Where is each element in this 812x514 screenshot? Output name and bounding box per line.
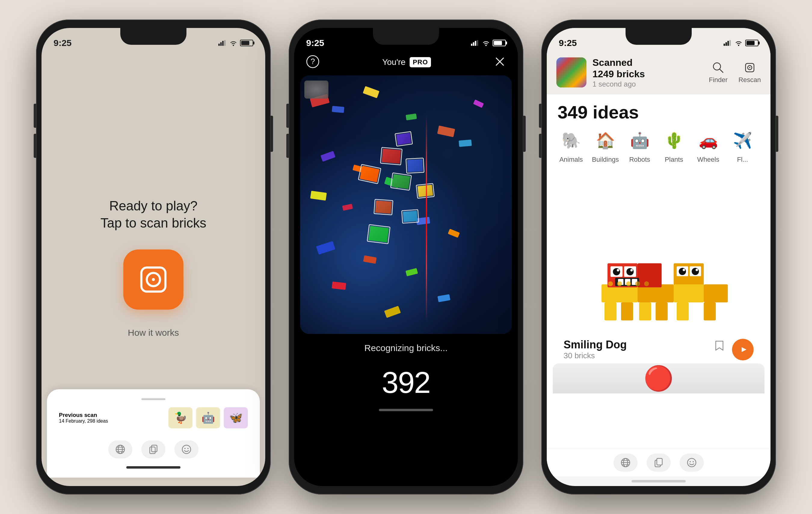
bookmark-button[interactable] <box>713 339 726 360</box>
status-time: 9:25 <box>54 38 71 48</box>
volume-down-button-3[interactable] <box>539 134 541 158</box>
power-button-2[interactable] <box>523 116 526 152</box>
rescan-action[interactable]: Rescan <box>738 61 761 84</box>
tab-copy[interactable] <box>141 441 166 458</box>
svg-rect-1 <box>220 42 222 46</box>
svg-point-14 <box>182 445 191 454</box>
ready-headline: Ready to play?Tap to scan bricks <box>100 197 206 232</box>
help-button[interactable]: ? <box>306 55 319 69</box>
prev-scan-info: Previous scan 14 February, 298 ideas <box>59 412 108 424</box>
next-model-preview: 🔴 <box>553 363 764 393</box>
home-indicator-2 <box>379 409 433 411</box>
svg-rect-19 <box>475 41 476 46</box>
ideas-section: 349 ideas 🐘 Animals 🏠 Buildings 🤖 Robots <box>547 94 771 170</box>
close-icon <box>494 56 506 68</box>
model-actions <box>713 339 754 360</box>
ideas-count: 349 ideas <box>557 103 760 121</box>
mini-model-3: 🦋 <box>224 407 248 428</box>
category-buildings[interactable]: 🏠 Buildings <box>592 129 619 163</box>
results-bottom-tabs <box>547 449 771 477</box>
status-icons-3 <box>724 40 758 46</box>
svg-text:?: ? <box>311 57 315 66</box>
detection-box-1 <box>380 147 402 165</box>
status-icons <box>218 40 253 46</box>
detection-box-8 <box>401 209 419 224</box>
svg-rect-57 <box>605 302 616 321</box>
mini-model-2: 🤖 <box>196 407 220 428</box>
scan-line <box>426 114 427 321</box>
volume-up-button-3[interactable] <box>539 104 541 128</box>
category-wheels[interactable]: 🚗 Wheels <box>695 129 722 163</box>
volume-up-button-2[interactable] <box>286 104 289 128</box>
phone-3: 9:25 <box>541 20 776 494</box>
svg-rect-50 <box>704 284 728 302</box>
tab-smiley-3[interactable] <box>680 454 704 472</box>
svg-rect-59 <box>639 302 651 321</box>
svg-point-16 <box>187 448 188 449</box>
signal-icon <box>218 40 227 46</box>
prev-scan-date: 14 February, 298 ideas <box>59 418 108 424</box>
wheel-object <box>304 81 328 99</box>
svg-rect-26 <box>725 42 727 46</box>
tab-smiley[interactable] <box>174 441 199 458</box>
buildings-icon: 🏠 <box>592 129 619 153</box>
animals-label: Animals <box>559 156 583 163</box>
power-button-3[interactable] <box>776 116 778 152</box>
tab-globe-3[interactable] <box>613 454 638 472</box>
results-header: Scanned 1249 bricks 1 second ago Finder <box>547 52 771 94</box>
detection-box-2 <box>406 158 425 174</box>
brick-2 <box>332 106 344 113</box>
play-button[interactable] <box>732 339 754 360</box>
svg-point-54 <box>692 268 699 275</box>
help-icon: ? <box>306 55 319 68</box>
scan-button[interactable] <box>123 249 183 310</box>
search-icon <box>712 61 725 74</box>
svg-rect-17 <box>471 43 472 46</box>
how-it-works-link[interactable]: How it works <box>128 328 179 338</box>
prev-scan-title: Previous scan <box>59 412 108 418</box>
battery-icon-2 <box>493 40 506 46</box>
results-timestamp: 1 second ago <box>592 80 703 88</box>
svg-point-41 <box>627 268 634 275</box>
svg-rect-58 <box>621 302 633 321</box>
svg-point-65 <box>626 281 631 286</box>
close-button[interactable] <box>494 56 506 69</box>
volume-up-button[interactable] <box>34 104 36 128</box>
svg-rect-2 <box>222 41 224 46</box>
svg-rect-0 <box>218 43 220 46</box>
category-robots[interactable]: 🤖 Robots <box>626 129 653 163</box>
detection-box-5 <box>374 199 394 215</box>
bottom-tabs-1 <box>59 435 248 463</box>
volume-down-button-2[interactable] <box>286 134 289 158</box>
scan-count: 392 <box>294 362 518 403</box>
tab-globe[interactable] <box>108 441 132 458</box>
pro-badge-container: You're PRO <box>382 57 431 67</box>
copy-icon <box>148 444 159 455</box>
home-indicator-1 <box>126 466 180 468</box>
finder-action[interactable]: Finder <box>709 61 727 84</box>
signal-icon-3 <box>724 40 732 46</box>
svg-rect-13 <box>151 445 157 452</box>
tab-copy-3[interactable] <box>646 454 671 472</box>
copy-icon-3 <box>653 457 664 468</box>
volume-down-button[interactable] <box>34 134 36 158</box>
svg-point-43 <box>630 269 633 271</box>
power-button[interactable] <box>271 116 273 152</box>
camera-view[interactable] <box>300 75 512 334</box>
scan-status: Recognizing bricks... <box>294 334 518 362</box>
svg-point-15 <box>184 448 185 449</box>
notch-1 <box>120 28 186 45</box>
notch-3 <box>626 28 692 45</box>
brick-8 <box>459 140 472 147</box>
svg-point-67 <box>644 281 649 286</box>
category-fly[interactable]: ✈️ Fl... <box>729 129 756 163</box>
mini-model-1: 🦆 <box>168 407 193 428</box>
svg-point-6 <box>152 278 155 281</box>
category-animals[interactable]: 🐘 Animals <box>557 129 585 163</box>
svg-point-33 <box>749 67 750 68</box>
svg-point-56 <box>696 269 698 271</box>
buildings-label: Buildings <box>592 156 619 163</box>
svg-line-30 <box>720 69 723 72</box>
category-plants[interactable]: 🌵 Plants <box>661 129 688 163</box>
previous-scan-card[interactable]: Previous scan 14 February, 298 ideas 🦆 🤖… <box>47 389 260 478</box>
